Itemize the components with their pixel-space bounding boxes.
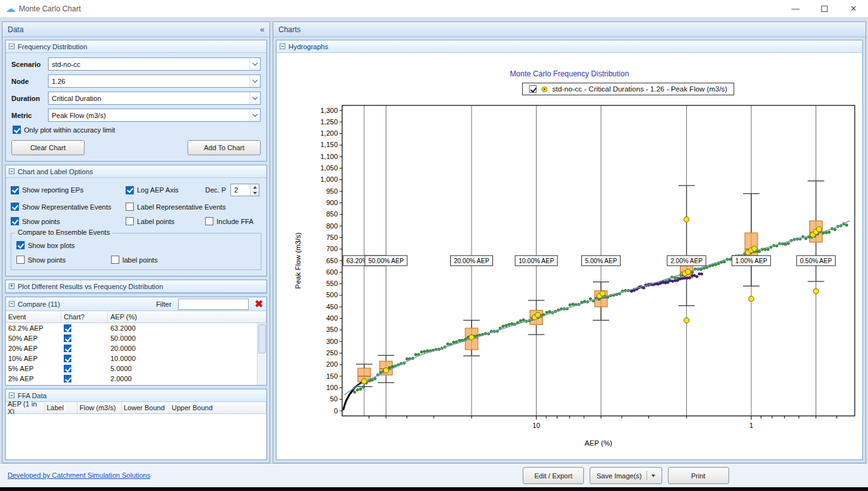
window-title: Monte Carlo Chart xyxy=(19,4,81,13)
column-header-chart[interactable]: Chart? xyxy=(61,311,108,323)
svg-text:1,300: 1,300 xyxy=(320,107,338,114)
show-box-plots-row: Show box plots xyxy=(16,241,256,249)
svg-text:20.00% AEP: 20.00% AEP xyxy=(454,257,489,264)
collapse-box-icon[interactable]: − xyxy=(280,44,285,49)
svg-text:550: 550 xyxy=(326,280,338,287)
compare-ensemble-events-group: Compare to Ensemble Events Show box plot… xyxy=(11,233,261,270)
ensemble-label-points-checkbox[interactable] xyxy=(111,256,119,264)
compare-chart-checkbox[interactable] xyxy=(64,334,71,342)
compare-chart-checkbox[interactable] xyxy=(64,375,71,382)
compare-event-cell: 50% AEP xyxy=(6,333,61,343)
edit-export-button[interactable]: Edit / Export xyxy=(523,467,584,484)
compare-chart-checkbox[interactable] xyxy=(64,324,71,332)
maximize-button[interactable] xyxy=(810,0,839,17)
column-header-event[interactable]: Event xyxy=(6,311,61,323)
minimize-button[interactable]: — xyxy=(781,0,810,17)
svg-text:1,000: 1,000 xyxy=(320,175,338,183)
svg-text:50.00% AEP: 50.00% AEP xyxy=(368,257,403,264)
duration-dropdown[interactable]: Critical Duration xyxy=(48,92,261,105)
ffa-column-lower[interactable]: Lower Bound xyxy=(122,402,170,414)
svg-text:150: 150 xyxy=(326,372,338,380)
ensemble-label-points-row: label points xyxy=(111,256,256,264)
show-points-checkbox[interactable] xyxy=(11,217,19,225)
svg-text:350: 350 xyxy=(326,326,338,333)
compare-chart-cell xyxy=(61,374,108,384)
data-panel-title: Data xyxy=(8,25,23,34)
label-representative-events-checkbox[interactable] xyxy=(126,203,134,211)
svg-text:650: 650 xyxy=(326,257,338,264)
collapse-box-icon[interactable]: − xyxy=(9,393,15,398)
compare-table-row: 63.2% AEP63.2000 xyxy=(6,323,266,333)
clear-filter-icon[interactable]: ✖ xyxy=(255,299,263,309)
compare-table-body: 63.2% AEP63.200050% AEP50.000020% AEP20.… xyxy=(6,323,266,384)
compare-ensemble-events-title: Compare to Ensemble Events xyxy=(15,228,112,236)
include-ffa-checkbox[interactable] xyxy=(205,217,213,225)
developer-link[interactable]: Developed by Catchment Simulation Soluti… xyxy=(8,471,150,479)
scenario-dropdown[interactable]: std-no-cc xyxy=(48,57,261,71)
collapse-box-icon[interactable]: − xyxy=(9,301,15,307)
data-panel: Data « − Frequency Distribution Scenario… xyxy=(2,21,270,463)
add-to-chart-button[interactable]: Add To Chart xyxy=(187,140,261,155)
ffa-column-label[interactable]: Label xyxy=(45,402,78,414)
compare-chart-checkbox[interactable] xyxy=(64,355,71,362)
show-reporting-eps-checkbox[interactable] xyxy=(11,186,19,194)
show-box-plots-checkbox[interactable] xyxy=(16,241,25,249)
svg-text:1,150: 1,150 xyxy=(320,141,338,148)
svg-text:250: 250 xyxy=(326,349,338,357)
metric-dropdown[interactable]: Peak Flow (m3/s) xyxy=(48,109,261,122)
filter-input[interactable] xyxy=(178,299,249,310)
collapse-panel-button[interactable]: « xyxy=(260,25,265,34)
compare-table-row: 2% AEP2.0000 xyxy=(6,374,266,384)
svg-text:1,050: 1,050 xyxy=(320,164,338,172)
legend-series-checkbox[interactable] xyxy=(529,85,537,93)
log-aep-axis-checkbox[interactable] xyxy=(126,186,134,194)
collapse-box-icon[interactable]: − xyxy=(9,44,15,49)
ffa-column-aep[interactable]: AEP (1 in X) xyxy=(6,402,45,414)
compare-chart-cell xyxy=(61,333,108,343)
dec-p-value: 2 xyxy=(231,184,250,196)
label-representative-events-label: Label Representative Events xyxy=(137,203,226,211)
ffa-column-flow[interactable]: Flow (m3/s) xyxy=(78,402,122,414)
ensemble-label-points-label: label points xyxy=(122,256,158,264)
svg-text:100: 100 xyxy=(326,384,338,391)
compare-table-header: Event Chart? AEP (%) xyxy=(6,311,266,323)
print-button[interactable]: Print xyxy=(668,467,729,484)
svg-text:1,250: 1,250 xyxy=(320,118,338,126)
ensemble-show-points-row: Show points xyxy=(16,256,111,264)
frequency-distribution-group: − Frequency Distribution Scenario std-no… xyxy=(5,40,267,162)
svg-text:1,100: 1,100 xyxy=(320,153,338,160)
ffa-column-upper[interactable]: Upper Bound xyxy=(170,402,266,414)
show-representative-events-checkbox[interactable] xyxy=(11,203,19,211)
compare-aep-cell: 50.0000 xyxy=(108,333,266,343)
spin-up-icon[interactable] xyxy=(251,184,259,190)
node-dropdown[interactable]: 1.26 xyxy=(48,74,261,88)
column-header-aep[interactable]: AEP (%) xyxy=(108,311,266,323)
legend-series-marker-icon xyxy=(542,86,547,92)
svg-text:1.00% AEP: 1.00% AEP xyxy=(735,257,768,264)
accuracy-limit-checkbox[interactable] xyxy=(13,126,21,134)
chevron-down-icon[interactable] xyxy=(651,475,655,477)
show-representative-events-row: Show Representative Events xyxy=(11,203,126,211)
clear-chart-button[interactable]: Clear Chart xyxy=(11,140,85,155)
compare-scrollbar[interactable] xyxy=(257,323,266,385)
dec-p-spinner[interactable]: 2 xyxy=(230,184,259,196)
chart-legend: std-no-cc - Critical Durations - 1.26 - … xyxy=(522,83,734,95)
compare-chart-checkbox[interactable] xyxy=(64,365,71,372)
compare-chart-checkbox[interactable] xyxy=(64,345,71,352)
label-representative-events-row: Label Representative Events xyxy=(126,203,261,211)
app-cloud-icon: ☁ xyxy=(6,4,15,13)
close-button[interactable]: ✕ xyxy=(839,0,868,17)
spinner-buttons xyxy=(250,184,259,196)
label-points-checkbox[interactable] xyxy=(126,217,134,225)
scrollbar-thumb[interactable] xyxy=(258,324,266,353)
ensemble-show-points-checkbox[interactable] xyxy=(16,256,25,264)
collapse-box-icon[interactable]: − xyxy=(9,169,15,174)
compare-aep-cell: 2.0000 xyxy=(108,374,266,384)
plot-different-results-group: + Plot Different Results vs Frequency Di… xyxy=(5,280,267,293)
spin-down-icon[interactable] xyxy=(251,190,259,196)
expand-box-icon[interactable]: + xyxy=(9,283,15,289)
chart-label-options-group: − Chart and Label Options Show reporting… xyxy=(5,165,267,276)
chevron-down-icon xyxy=(249,58,260,70)
save-images-button[interactable]: Save Image(s) xyxy=(590,467,662,484)
label-points-row: Label points xyxy=(126,217,205,225)
